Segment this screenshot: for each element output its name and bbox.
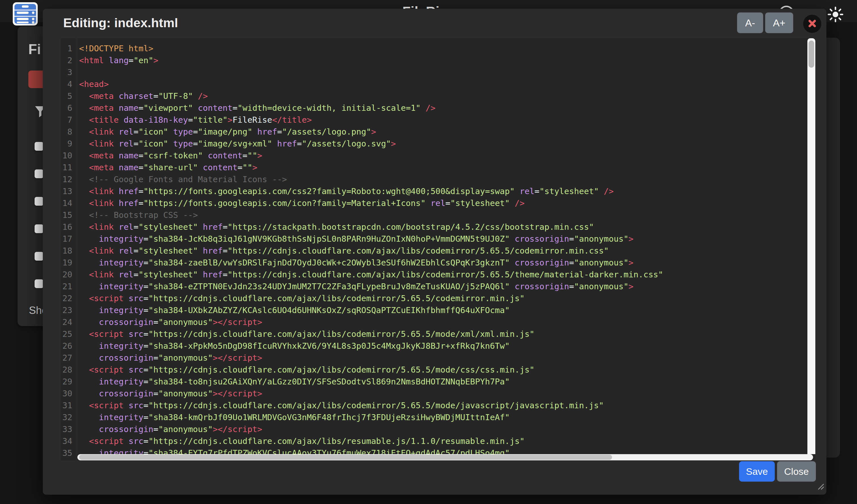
- line-number: 7: [61, 114, 77, 126]
- code-line[interactable]: 25 <script src="https://cdnjs.cloudflare…: [61, 328, 807, 340]
- line-number: 27: [61, 352, 77, 364]
- code-line[interactable]: 23 integrity="sha384-UXbkZAbZYZ/KCAslc6U…: [61, 304, 807, 316]
- code-line[interactable]: 7 <title data-i18n-key="title">FileRise<…: [61, 114, 807, 126]
- code-line[interactable]: 13 <link href="https://fonts.googleapis.…: [61, 185, 807, 197]
- file-checkbox[interactable]: [35, 170, 44, 178]
- sidebar-heading: Fi: [28, 41, 41, 57]
- code-line[interactable]: 16 <link rel="stylesheet" href="https://…: [61, 221, 807, 233]
- line-number: 19: [61, 257, 77, 268]
- line-number: 13: [61, 185, 77, 197]
- line-number: 28: [61, 364, 77, 376]
- file-checkbox[interactable]: [35, 197, 44, 206]
- code-line[interactable]: 15 <!-- Bootstrap CSS -->: [61, 209, 807, 221]
- code-line[interactable]: 33 crossorigin="anonymous"></script>: [61, 423, 807, 435]
- line-number: 35: [61, 447, 77, 459]
- code-line[interactable]: 9 <link rel="icon" type="image/svg+xml" …: [61, 138, 807, 150]
- code-line[interactable]: 17 integrity="sha384-JcKb8q3iqJ61gNV9KGb…: [61, 233, 807, 245]
- resize-grip-icon[interactable]: [816, 481, 825, 491]
- line-number: 11: [61, 161, 77, 173]
- code-line[interactable]: 1<!DOCTYPE html>: [61, 42, 807, 54]
- line-number: 12: [61, 173, 77, 185]
- line-number: 2: [61, 54, 77, 66]
- code-line[interactable]: 2<html lang="en">: [61, 54, 807, 66]
- filerise-logo-icon[interactable]: [13, 2, 38, 27]
- close-x-icon: [808, 19, 817, 29]
- file-checkbox-column: [35, 142, 44, 307]
- close-button[interactable]: Close: [777, 461, 816, 482]
- horizontal-scrollbar[interactable]: [78, 454, 813, 460]
- code-line[interactable]: 27 crossorigin="anonymous"></script>: [61, 352, 807, 364]
- save-button[interactable]: Save: [739, 461, 775, 482]
- line-number: 25: [61, 328, 77, 340]
- vertical-scrollbar-thumb[interactable]: [808, 40, 814, 68]
- code-line[interactable]: 22 <script src="https://cdnjs.cloudflare…: [61, 292, 807, 304]
- code-line[interactable]: 19 integrity="sha384-zaeBlB/vwYsDRSlFajn…: [61, 257, 807, 268]
- line-number: 23: [61, 304, 77, 316]
- line-number: 20: [61, 268, 77, 280]
- code-line[interactable]: 21 integrity="sha384-eZTPTN0EvJdn23s24UD…: [61, 280, 807, 292]
- code-editor[interactable]: 1<!DOCTYPE html>2<html lang="en">34<head…: [61, 38, 815, 460]
- font-decrease-button[interactable]: A-: [737, 13, 763, 33]
- line-number: 34: [61, 435, 77, 447]
- line-number: 22: [61, 292, 77, 304]
- line-number: 1: [61, 42, 77, 54]
- line-number: 3: [61, 66, 77, 78]
- code-line[interactable]: 30 crossorigin="anonymous"></script>: [61, 387, 807, 399]
- line-number: 31: [61, 399, 77, 411]
- line-number: 18: [61, 245, 77, 257]
- line-number: 10: [61, 150, 77, 161]
- code-lines: 1<!DOCTYPE html>2<html lang="en">34<head…: [61, 42, 807, 459]
- code-line[interactable]: 29 integrity="sha384-to8njsu2GAiXQnY/aLG…: [61, 376, 807, 387]
- line-number: 32: [61, 411, 77, 423]
- code-line[interactable]: 32 integrity="sha384-kmQrbJf09Uo1WRLMDVG…: [61, 411, 807, 423]
- vertical-scrollbar[interactable]: [807, 38, 815, 454]
- line-number: 6: [61, 102, 77, 114]
- file-checkbox[interactable]: [35, 224, 44, 233]
- code-line[interactable]: 26 integrity="sha384-xPpkMo5nDgD98fIcuRV…: [61, 340, 807, 352]
- code-line[interactable]: 3: [61, 66, 807, 78]
- theme-toggle-sun-icon[interactable]: [827, 6, 844, 24]
- line-number: 30: [61, 387, 77, 399]
- code-line[interactable]: 6 <meta name="viewport" content="width=d…: [61, 102, 807, 114]
- code-line[interactable]: 11 <meta name="share-url" content="">: [61, 161, 807, 173]
- code-line[interactable]: 34 <script src="https://cdnjs.cloudflare…: [61, 435, 807, 447]
- line-number: 9: [61, 138, 77, 150]
- line-number: 4: [61, 78, 77, 90]
- code-line[interactable]: 10 <meta name="csrf-token" content="">: [61, 150, 807, 161]
- line-number: 5: [61, 90, 77, 102]
- line-number: 21: [61, 280, 77, 292]
- line-number: 8: [61, 126, 77, 138]
- line-number: 24: [61, 316, 77, 328]
- line-number: 16: [61, 221, 77, 233]
- code-line[interactable]: 31 <script src="https://cdnjs.cloudflare…: [61, 399, 807, 411]
- horizontal-scrollbar-thumb[interactable]: [79, 455, 612, 460]
- code-line[interactable]: 8 <link rel="icon" type="image/png" href…: [61, 126, 807, 138]
- code-line[interactable]: 4<head>: [61, 78, 807, 90]
- code-line[interactable]: 14 <link href="https://fonts.googleapis.…: [61, 197, 807, 209]
- line-number: 33: [61, 423, 77, 435]
- line-number: 15: [61, 209, 77, 221]
- file-checkbox[interactable]: [35, 142, 44, 151]
- file-checkbox[interactable]: [35, 279, 44, 288]
- line-number: 14: [61, 197, 77, 209]
- line-number: 17: [61, 233, 77, 245]
- line-number: 29: [61, 376, 77, 387]
- file-checkbox[interactable]: [35, 252, 44, 261]
- code-line[interactable]: 20 <link rel="stylesheet" href="https://…: [61, 268, 807, 280]
- modal-close-button[interactable]: [803, 15, 821, 33]
- code-line[interactable]: 5 <meta charset="UTF-8" />: [61, 90, 807, 102]
- code-line[interactable]: 18 <link rel="stylesheet" href="https://…: [61, 245, 807, 257]
- modal-title: Editing: index.html: [63, 16, 178, 30]
- line-number: 26: [61, 340, 77, 352]
- code-line[interactable]: 24 crossorigin="anonymous"></script>: [61, 316, 807, 328]
- font-increase-button[interactable]: A+: [765, 13, 793, 33]
- editor-modal: Editing: index.html A- A+ 1<!DOCTYPE htm…: [43, 9, 826, 494]
- code-line[interactable]: 28 <script src="https://cdnjs.cloudflare…: [61, 364, 807, 376]
- code-line[interactable]: 12 <!-- Google Fonts and Material Icons …: [61, 173, 807, 185]
